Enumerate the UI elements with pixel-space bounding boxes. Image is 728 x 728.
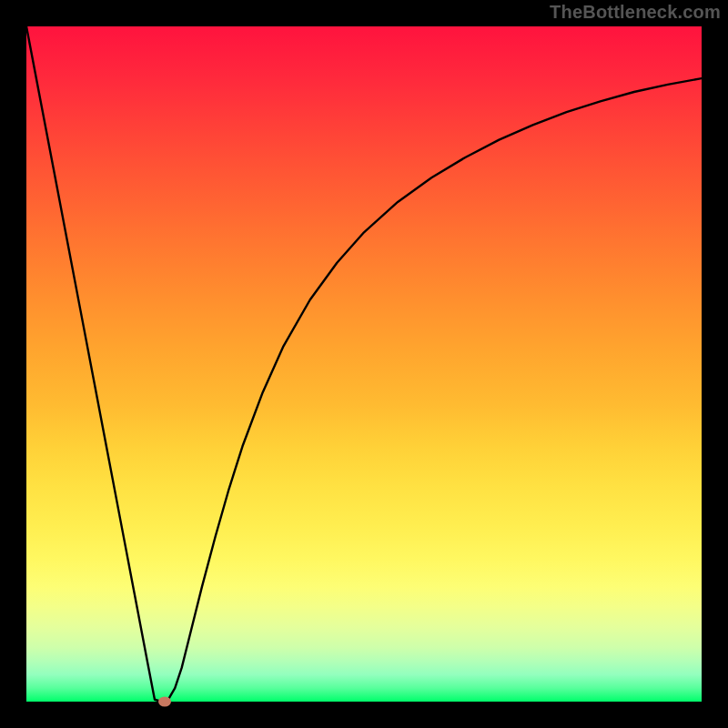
gradient-background bbox=[26, 26, 702, 702]
plot-area bbox=[26, 26, 702, 702]
watermark-label: TheBottleneck.com bbox=[550, 2, 721, 23]
chart-frame: TheBottleneck.com bbox=[0, 0, 728, 728]
min-marker bbox=[158, 697, 171, 707]
